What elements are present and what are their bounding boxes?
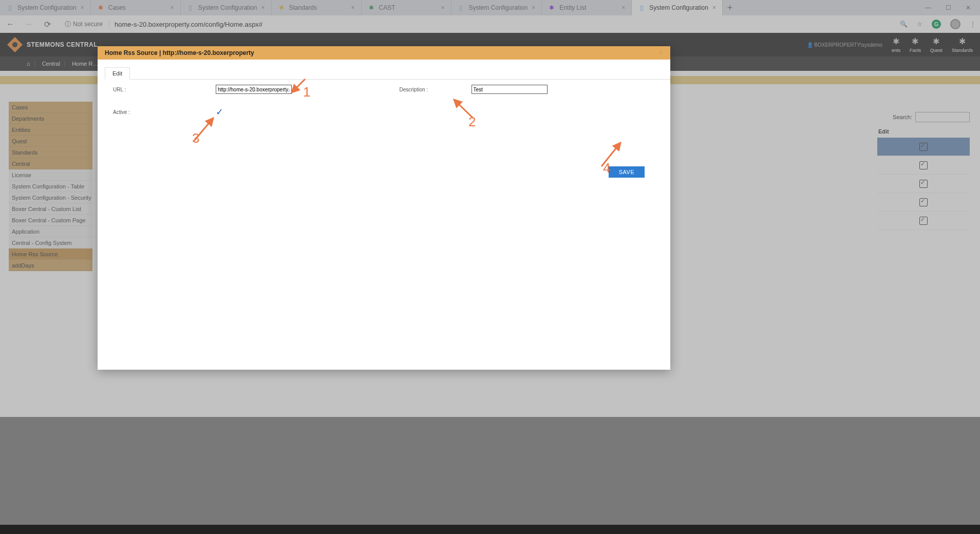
modal-dialog: Home Rss Source | http://home-s-20.boxer… bbox=[98, 46, 670, 370]
modal-tabs: Edit bbox=[105, 67, 670, 80]
tab-edit[interactable]: Edit bbox=[105, 67, 130, 80]
annotation-4: 4 bbox=[603, 160, 610, 176]
description-label: Description : bbox=[384, 87, 472, 92]
active-checkbox[interactable]: ✓ bbox=[216, 106, 223, 118]
annotation-3: 3 bbox=[192, 130, 199, 146]
save-button[interactable]: SAVE bbox=[609, 166, 645, 178]
modal-header: Home Rss Source | http://home-s-20.boxer… bbox=[98, 46, 670, 60]
modal-close-button[interactable]: × bbox=[658, 48, 663, 58]
app-footer bbox=[0, 525, 980, 534]
annotation-arrows bbox=[98, 46, 670, 370]
active-label: Active : bbox=[98, 109, 216, 115]
url-input[interactable] bbox=[216, 85, 292, 94]
url-label: URL : bbox=[98, 87, 216, 92]
annotation-1: 1 bbox=[303, 84, 310, 100]
description-input[interactable] bbox=[472, 85, 548, 94]
annotation-2: 2 bbox=[468, 114, 476, 130]
modal-title: Home Rss Source | http://home-s-20.boxer… bbox=[105, 49, 254, 56]
